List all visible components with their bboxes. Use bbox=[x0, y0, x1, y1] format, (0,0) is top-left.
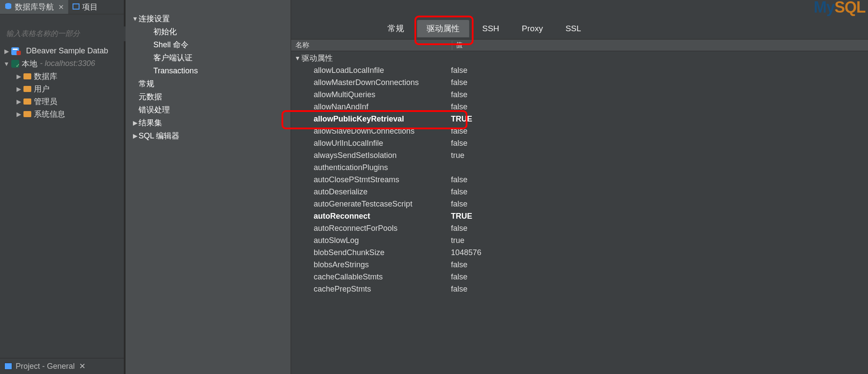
properties-section[interactable]: ▼ 驱动属性 bbox=[291, 52, 868, 64]
property-name: blobSendChunkSize bbox=[314, 248, 451, 257]
settings-nav-item[interactable]: 错误处理 bbox=[126, 103, 291, 116]
settings-nav-item[interactable]: Shell 命令 bbox=[126, 38, 291, 51]
svg-point-2 bbox=[5, 7, 11, 9]
chevron-icon: ▼ bbox=[132, 15, 139, 22]
property-name: autoDeserialize bbox=[314, 187, 451, 197]
database-icon bbox=[4, 2, 12, 12]
chevron-icon: ▶ bbox=[132, 119, 139, 126]
property-row[interactable]: blobSendChunkSize1048576 bbox=[291, 246, 868, 259]
property-row[interactable]: allowUrlInLocalInfilefalse bbox=[291, 137, 868, 149]
property-name: autoReconnect bbox=[314, 212, 451, 221]
close-icon[interactable]: ✕ bbox=[58, 3, 64, 11]
settings-nav-item[interactable]: Transactions bbox=[126, 64, 291, 77]
property-row[interactable]: cacheCallableStmtsfalse bbox=[291, 271, 868, 283]
section-label: 驱动属性 bbox=[301, 53, 333, 63]
property-row[interactable]: autoClosePStmtStreamsfalse bbox=[291, 174, 868, 186]
database-tree: ▶DBeaver Sample Datab▼本地- localhost:3306… bbox=[0, 43, 124, 374]
settings-nav-item[interactable]: 客户端认证 bbox=[126, 51, 291, 64]
property-name: allowSlaveDownConnections bbox=[314, 127, 451, 136]
close-icon[interactable]: ✕ bbox=[79, 361, 86, 371]
sidebar: 数据库导航 ✕ 项目 ▶DBeaver Sample Datab▼本地- loc… bbox=[0, 0, 124, 374]
tab-database-navigator[interactable]: 数据库导航 ✕ bbox=[0, 0, 68, 14]
tree-item[interactable]: ▶用户 bbox=[0, 82, 124, 95]
property-name: allowUrlInLocalInfile bbox=[314, 139, 451, 148]
settings-nav-item[interactable]: ▼连接设置 bbox=[126, 12, 291, 25]
properties-panel: MySQL 常规驱动属性SSHProxySSL 名称 值 ▼ 驱动属性 allo… bbox=[291, 0, 868, 374]
tab-label: 数据库导航 bbox=[15, 2, 54, 12]
col-name: 名称 bbox=[291, 41, 452, 50]
bottom-tab-project[interactable]: Project - General ✕ bbox=[0, 358, 124, 374]
property-row[interactable]: autoDeserializefalse bbox=[291, 186, 868, 198]
nav-label: 结果集 bbox=[139, 118, 162, 128]
nav-label: 连接设置 bbox=[139, 13, 170, 24]
settings-nav-item[interactable]: ▶SQL 编辑器 bbox=[126, 129, 291, 142]
property-name: allowMasterDownConnections bbox=[314, 78, 451, 87]
project-icon bbox=[73, 3, 80, 12]
dialog-tab-3[interactable]: Proxy bbox=[512, 20, 553, 37]
nav-label: Shell 命令 bbox=[153, 39, 189, 50]
property-row[interactable]: allowMasterDownConnectionsfalse bbox=[291, 76, 868, 89]
error-badge bbox=[17, 51, 21, 55]
property-value: false bbox=[451, 139, 467, 148]
tree-item[interactable]: ▶管理员 bbox=[0, 95, 124, 108]
property-name: autoGenerateTestcaseScript bbox=[314, 200, 451, 209]
property-name: cachePrepStmts bbox=[314, 285, 451, 294]
folder-icon bbox=[23, 98, 31, 105]
property-value: false bbox=[451, 200, 467, 209]
property-row[interactable]: autoSlowLogtrue bbox=[291, 234, 868, 246]
dialog-tab-1[interactable]: 驱动属性 bbox=[417, 20, 469, 37]
chevron-icon: ▶ bbox=[16, 85, 22, 92]
tree-extra: - localhost:3306 bbox=[40, 59, 95, 68]
property-value: false bbox=[451, 90, 467, 99]
tree-item[interactable]: ▶DBeaver Sample Datab bbox=[0, 45, 124, 57]
chevron-icon: ▶ bbox=[16, 73, 22, 80]
tree-item[interactable]: ▶数据库 bbox=[0, 70, 124, 82]
table-header: 名称 值 bbox=[291, 39, 868, 51]
property-row[interactable]: allowPublicKeyRetrievalTRUE bbox=[291, 113, 868, 125]
sidebar-tabs: 数据库导航 ✕ 项目 bbox=[0, 0, 124, 14]
tree-label: 管理员 bbox=[34, 96, 57, 107]
property-value: TRUE bbox=[451, 115, 472, 124]
settings-nav-item[interactable]: 初始化 bbox=[126, 25, 291, 38]
filter-input[interactable] bbox=[3, 26, 126, 41]
property-row[interactable]: authenticationPlugins bbox=[291, 161, 868, 174]
property-row[interactable]: alwaysSendSetIsolationtrue bbox=[291, 149, 868, 161]
properties-list: ▼ 驱动属性 allowLoadLocalInfilefalseallowMas… bbox=[291, 51, 868, 374]
settings-nav-item[interactable]: 元数据 bbox=[126, 90, 291, 103]
property-name: blobsAreStrings bbox=[314, 260, 451, 269]
property-name: allowPublicKeyRetrieval bbox=[314, 115, 451, 124]
nav-label: 初始化 bbox=[153, 26, 177, 37]
settings-nav-item[interactable]: 常规 bbox=[126, 77, 291, 90]
nav-label: 常规 bbox=[139, 79, 154, 89]
property-row[interactable]: allowLoadLocalInfilefalse bbox=[291, 64, 868, 76]
property-row[interactable]: allowNanAndInffalse bbox=[291, 101, 868, 113]
property-row[interactable]: blobsAreStringsfalse bbox=[291, 259, 868, 271]
tree-label: 系统信息 bbox=[34, 109, 65, 119]
property-row[interactable]: autoReconnectTRUE bbox=[291, 210, 868, 222]
property-row[interactable]: autoGenerateTestcaseScriptfalse bbox=[291, 198, 868, 210]
property-value: TRUE bbox=[451, 212, 472, 221]
property-row[interactable]: autoReconnectForPoolsfalse bbox=[291, 222, 868, 234]
folder-icon bbox=[23, 73, 31, 79]
property-value: false bbox=[451, 78, 467, 87]
dialog-tab-0[interactable]: 常规 bbox=[378, 20, 414, 37]
settings-nav-item[interactable]: ▶结果集 bbox=[126, 116, 291, 129]
property-value: false bbox=[451, 260, 467, 269]
dialog-tab-2[interactable]: SSH bbox=[473, 20, 509, 37]
tab-projects[interactable]: 项目 bbox=[68, 0, 102, 14]
property-value: false bbox=[451, 187, 467, 197]
tree-label: DBeaver Sample Datab bbox=[26, 46, 108, 56]
tree-item[interactable]: ▼本地- localhost:3306 bbox=[0, 57, 124, 70]
mysql-icon bbox=[11, 60, 19, 68]
svg-rect-4 bbox=[73, 4, 79, 9]
dialog-tab-4[interactable]: SSL bbox=[556, 20, 591, 37]
tree-item[interactable]: ▶系统信息 bbox=[0, 108, 124, 120]
folder-icon bbox=[23, 111, 31, 117]
property-name: allowNanAndInf bbox=[314, 102, 451, 112]
property-value: false bbox=[451, 224, 467, 233]
property-row[interactable]: cachePrepStmtsfalse bbox=[291, 283, 868, 295]
property-value: false bbox=[451, 127, 467, 136]
property-row[interactable]: allowMultiQueriesfalse bbox=[291, 89, 868, 101]
property-value: true bbox=[451, 236, 464, 245]
property-row[interactable]: allowSlaveDownConnectionsfalse bbox=[291, 125, 868, 137]
